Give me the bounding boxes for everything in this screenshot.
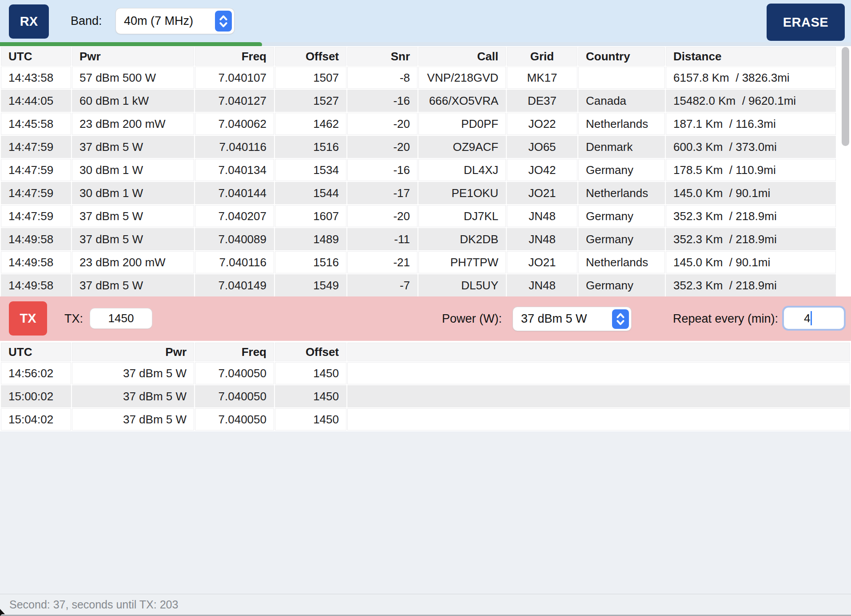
table-row: 14:47:5937 dBm 5 W7.0402071607-20DJ7KLJN… xyxy=(1,205,836,227)
table-cell: JO21 xyxy=(507,182,577,204)
table-cell: -17 xyxy=(347,182,418,204)
table-cell: 37 dBm 5 W xyxy=(72,136,194,158)
table-cell: 37 dBm 5 W xyxy=(72,362,194,384)
table-cell: 30 dBm 1 W xyxy=(72,182,194,204)
table-cell: 7.040116 xyxy=(195,136,274,158)
table-cell: 1534 xyxy=(275,159,346,181)
table-cell: 15482.0 Km / 9620.1mi xyxy=(666,90,836,112)
top-bar: RX Band: 40m (7 MHz) ERASE xyxy=(0,0,851,42)
column-header: Freq xyxy=(195,343,274,361)
table-cell: JN48 xyxy=(507,205,577,227)
table-cell: 7.040050 xyxy=(195,408,274,430)
power-label: Power (W): xyxy=(426,296,502,341)
table-cell: -21 xyxy=(347,251,418,273)
column-header: Offset xyxy=(275,343,346,361)
table-cell: PE1OKU xyxy=(418,182,506,204)
table-cell: 7.040116 xyxy=(195,251,274,273)
column-header xyxy=(347,343,850,361)
column-header: Pwr xyxy=(72,47,194,66)
tx-mode-button[interactable]: TX xyxy=(9,301,47,336)
table-cell: 14:47:59 xyxy=(1,159,71,181)
table-row: 14:47:5937 dBm 5 W7.0401161516-20OZ9ACFJ… xyxy=(1,136,836,158)
table-cell: JO65 xyxy=(507,136,577,158)
table-row: 15:04:0237 dBm 5 W7.0400501450 xyxy=(1,408,850,430)
table-cell: 7.040144 xyxy=(195,182,274,204)
power-select[interactable]: 37 dBm 5 W xyxy=(513,307,631,331)
table-cell: JO42 xyxy=(507,159,577,181)
table-cell: Netherlands xyxy=(578,113,665,135)
column-header: Grid xyxy=(507,47,577,66)
repeat-interval-input[interactable]: 4 xyxy=(784,308,844,329)
table-cell: DL4XJ xyxy=(418,159,506,181)
table-row: 14:47:5930 dBm 1 W7.0401341534-16DL4XJJO… xyxy=(1,159,836,181)
table-cell: 1489 xyxy=(275,228,346,250)
table-cell: 15:00:02 xyxy=(1,385,71,407)
table-cell: 37 dBm 5 W xyxy=(72,408,194,430)
table-cell: Germany xyxy=(578,228,665,250)
tx-offset-label: TX: xyxy=(64,296,83,341)
tx-log-section: UTCPwrFreqOffset14:56:0237 dBm 5 W7.0400… xyxy=(0,342,851,431)
table-cell xyxy=(578,67,665,89)
table-cell: 7.040062 xyxy=(195,113,274,135)
table-cell: 7.040127 xyxy=(195,90,274,112)
column-header: UTC xyxy=(1,47,71,66)
tx-offset-input[interactable]: 1450 xyxy=(90,308,152,328)
table-cell: 178.5 Km / 110.9mi xyxy=(666,159,836,181)
table-cell: 7.040107 xyxy=(195,67,274,89)
column-header: Country xyxy=(578,47,665,66)
table-cell: 1544 xyxy=(275,182,346,204)
table-cell: DE37 xyxy=(507,90,577,112)
text-caret xyxy=(811,311,812,325)
status-text: Second: 37, seconds until TX: 203 xyxy=(9,594,178,615)
erase-button[interactable]: ERASE xyxy=(767,4,845,41)
table-cell: 7.040050 xyxy=(195,362,274,384)
table-row: 14:43:5857 dBm 500 W7.0401071507-8VNP/21… xyxy=(1,67,836,89)
table-cell: 1607 xyxy=(275,205,346,227)
table-cell: 600.3 Km / 373.0mi xyxy=(666,136,836,158)
table-cell xyxy=(347,362,850,384)
column-header: Snr xyxy=(347,47,418,66)
stepper-chevrons-icon xyxy=(612,309,629,329)
table-cell: 7.040149 xyxy=(195,274,274,296)
table-cell: -8 xyxy=(347,67,418,89)
table-cell: 60 dBm 1 kW xyxy=(72,90,194,112)
table-cell: 1462 xyxy=(275,113,346,135)
table-cell: 7.040089 xyxy=(195,228,274,250)
table-cell: 37 dBm 5 W xyxy=(72,228,194,250)
table-cell: DJ7KL xyxy=(418,205,506,227)
header-row: UTCPwrFreqOffsetSnrCallGridCountryDistan… xyxy=(1,47,836,66)
rx-mode-button[interactable]: RX xyxy=(9,4,49,39)
table-cell: Germany xyxy=(578,274,665,296)
table-cell: JN48 xyxy=(507,274,577,296)
table-cell: 37 dBm 5 W xyxy=(72,205,194,227)
table-row: 14:49:5837 dBm 5 W7.0400891489-11DK2DBJN… xyxy=(1,228,836,250)
table-cell: 14:47:59 xyxy=(1,136,71,158)
table-cell: -20 xyxy=(347,136,418,158)
scrollbar-thumb[interactable] xyxy=(842,47,849,146)
band-select[interactable]: 40m (7 MHz) xyxy=(116,8,234,34)
mouse-cursor-icon xyxy=(0,609,6,616)
column-header: Pwr xyxy=(72,343,194,361)
scrollbar-track[interactable] xyxy=(837,46,851,297)
empty-area xyxy=(0,431,851,594)
table-cell: -7 xyxy=(347,274,418,296)
table-cell: Germany xyxy=(578,205,665,227)
table-cell: 37 dBm 5 W xyxy=(72,385,194,407)
table-cell: 187.1 Km / 116.3mi xyxy=(666,113,836,135)
table-cell xyxy=(347,385,850,407)
rx-spots-table: UTCPwrFreqOffsetSnrCallGridCountryDistan… xyxy=(0,46,837,297)
table-cell: DL5UY xyxy=(418,274,506,296)
table-cell: Denmark xyxy=(578,136,665,158)
table-cell: 352.3 Km / 218.9mi xyxy=(666,205,836,227)
band-label: Band: xyxy=(71,0,102,42)
table-cell: 1507 xyxy=(275,67,346,89)
table-cell: 15:04:02 xyxy=(1,408,71,430)
repeat-interval-label: Repeat every (min): xyxy=(666,296,778,341)
column-header: Distance xyxy=(666,47,836,66)
table-cell: 145.0 Km / 90.1mi xyxy=(666,251,836,273)
table-cell: 1450 xyxy=(275,362,346,384)
table-row: 14:45:5823 dBm 200 mW7.0400621462-20PD0P… xyxy=(1,113,836,135)
stepper-chevrons-icon xyxy=(215,11,232,32)
table-cell: Germany xyxy=(578,159,665,181)
table-cell: JO21 xyxy=(507,251,577,273)
